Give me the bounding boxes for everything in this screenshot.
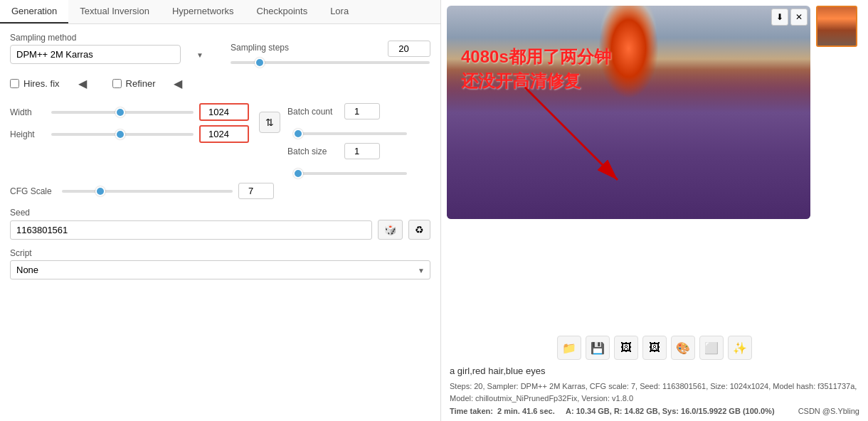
time-taken-value: 2 min. 41.6 sec.: [497, 407, 555, 415]
hires-fix-label: Hires. fix: [23, 78, 60, 89]
height-row: Height 1024: [10, 125, 252, 143]
sampling-method-label: Sampling method: [10, 33, 209, 43]
magic-button[interactable]: ✨: [728, 336, 752, 360]
batch-size-row: Batch size 1: [287, 143, 430, 159]
time-taken-label: Time taken:: [450, 407, 493, 415]
sampling-method-select[interactable]: DPM++ 2M Karras: [10, 45, 181, 64]
width-row: Width 1024: [10, 103, 252, 121]
seed-label: Seed: [10, 208, 430, 218]
cfg-scale-input[interactable]: 7: [238, 183, 274, 199]
csdn-credit: CSDN @S.Ybling: [798, 407, 859, 415]
refiner-collapse-btn[interactable]: ◀: [169, 75, 186, 92]
batch-count-input[interactable]: 1: [344, 103, 380, 119]
hires-collapse-btn[interactable]: ◀: [74, 75, 91, 92]
image-prompt-text: a girl,red hair,blue eyes: [450, 366, 859, 376]
recycle-button[interactable]: ♻: [408, 220, 430, 240]
main-image: [447, 6, 810, 219]
time-taken: Time taken: 2 min. 41.6 sec. A: 10.34 GB…: [450, 407, 775, 415]
batch-count-slider[interactable]: [293, 132, 407, 135]
height-slider[interactable]: [51, 133, 194, 136]
batch-section: Batch count 1 Batch size 1: [287, 103, 430, 177]
cfg-scale-slider[interactable]: [62, 190, 233, 193]
info-area: a girl,red hair,blue eyes Steps: 20, Sam…: [447, 366, 862, 415]
script-section: Script None: [10, 248, 430, 279]
wh-batch-section: Width 1024 Height 1024 ⇅: [10, 103, 430, 177]
image-area: ⬇ ✕ 4080s都用了两分钟 还没开高清修复: [447, 6, 862, 330]
batch-count-label: Batch count: [287, 107, 344, 117]
sampling-steps-input[interactable]: 20: [388, 41, 430, 57]
width-input[interactable]: 1024: [199, 103, 249, 121]
tab-textual-inversion[interactable]: Textual Inversion: [68, 0, 161, 23]
hires-fix-checkbox[interactable]: [10, 79, 19, 88]
sampling-steps-label: Sampling steps: [231, 43, 289, 53]
batch-size-label: Batch size: [287, 146, 344, 156]
timing-row: Time taken: 2 min. 41.6 sec. A: 10.34 GB…: [450, 407, 859, 415]
extras-button[interactable]: 🎨: [671, 336, 695, 360]
swap-wh-button[interactable]: ⇅: [259, 112, 280, 133]
download-image-button[interactable]: ⬇: [771, 9, 788, 26]
wh-section: Width 1024 Height 1024: [10, 103, 252, 147]
width-label: Width: [10, 107, 46, 117]
image-params-text: Steps: 20, Sampler: DPM++ 2M Karras, CFG…: [450, 380, 859, 404]
save-copy-button[interactable]: 🖼: [614, 336, 638, 360]
width-slider[interactable]: [51, 111, 194, 114]
save-button[interactable]: 💾: [586, 336, 610, 360]
seed-row: 1163801561 🎲 ♻: [10, 220, 430, 240]
hires-fix-group: Hires. fix: [10, 78, 60, 89]
cfg-scale-row: CFG Scale 7: [10, 183, 430, 199]
interrogate-button[interactable]: ⬜: [699, 336, 724, 360]
cfg-scale-label: CFG Scale: [10, 186, 56, 196]
tab-lora[interactable]: Lora: [319, 0, 360, 23]
refiner-group: Refiner: [112, 78, 156, 89]
tab-hypernetworks[interactable]: Hypernetworks: [161, 0, 245, 23]
batch-count-row: Batch count 1: [287, 103, 430, 119]
refiner-label: Refiner: [126, 78, 156, 89]
image-top-controls: ⬇ ✕: [771, 9, 808, 26]
tab-generation[interactable]: Generation: [0, 0, 68, 23]
controls-area: Sampling method DPM++ 2M Karras Sampling…: [0, 24, 440, 421]
thumbnail-1[interactable]: [816, 6, 857, 47]
script-select[interactable]: None: [10, 260, 430, 279]
tab-checkpoints[interactable]: Checkpoints: [245, 0, 319, 23]
vram-info: A: 10.34 GB, R: 14.82 GB, Sys: 16.0/15.9…: [566, 407, 774, 415]
batch-size-input[interactable]: 1: [344, 143, 380, 159]
bottom-toolbar: 📁 💾 🖼 🖼 🎨 ⬜ ✨: [447, 330, 862, 366]
gallery-button[interactable]: 🖼: [642, 336, 667, 360]
refiner-checkbox[interactable]: [112, 79, 122, 88]
seed-section: Seed 1163801561 🎲 ♻: [10, 208, 430, 240]
hires-refiner-row: Hires. fix ◀ Refiner ◀: [10, 73, 430, 95]
right-panel: ⬇ ✕ 4080s都用了两分钟 还没开高清修复: [441, 0, 868, 421]
height-input[interactable]: 1024: [199, 125, 249, 143]
dice-button[interactable]: 🎲: [378, 220, 403, 240]
height-label: Height: [10, 129, 46, 139]
left-panel: Generation Textual Inversion Hypernetwor…: [0, 0, 441, 421]
main-image-container: ⬇ ✕ 4080s都用了两分钟 还没开高清修复: [447, 6, 810, 330]
tabs-bar: Generation Textual Inversion Hypernetwor…: [0, 0, 440, 24]
script-label: Script: [10, 248, 430, 258]
close-image-button[interactable]: ✕: [790, 9, 808, 26]
sampling-steps-slider[interactable]: [231, 61, 430, 64]
image-overlay: [447, 6, 810, 219]
thumbnail-sidebar: [816, 6, 862, 330]
batch-size-slider[interactable]: [293, 172, 407, 175]
seed-input[interactable]: 1163801561: [10, 220, 372, 240]
open-folder-button[interactable]: 📁: [557, 336, 581, 360]
